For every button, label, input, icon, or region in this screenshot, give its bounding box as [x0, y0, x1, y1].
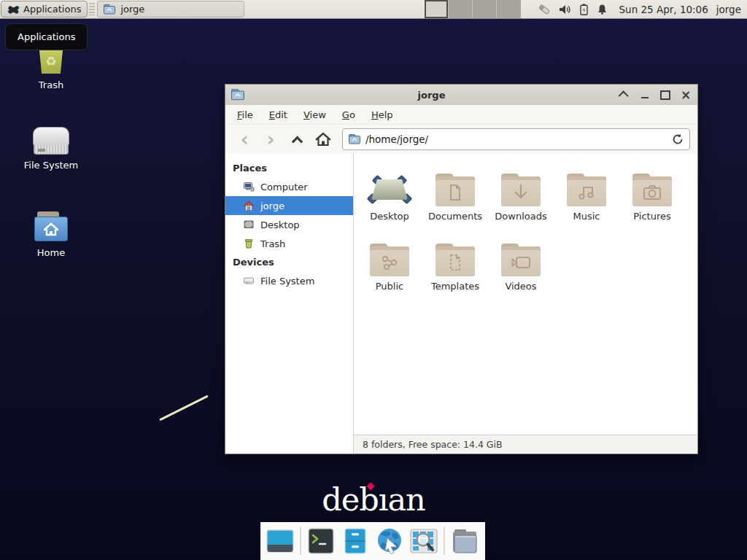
close-button[interactable]: ×	[680, 89, 692, 101]
maximize-button[interactable]	[659, 89, 671, 101]
places-header: Places	[225, 159, 353, 177]
path-folder-icon	[349, 134, 360, 144]
folder-label: Music	[573, 211, 600, 222]
battery-charging-icon[interactable]	[579, 4, 589, 15]
path-bar[interactable]: /home/jorge/	[342, 128, 690, 150]
desktop-special-icon	[369, 174, 410, 206]
folder-item-videos[interactable]: Videos	[489, 236, 552, 306]
menu-edit[interactable]: Edit	[262, 106, 295, 123]
desktop-icon-file-system[interactable]: File System	[16, 122, 86, 171]
sidebar-item-file-system[interactable]: File System	[225, 271, 353, 290]
workspace-cell-4[interactable]	[497, 0, 521, 18]
documents-folder-icon	[436, 174, 475, 206]
sidebar-item-computer[interactable]: Computer	[225, 177, 353, 196]
drive-mini-icon	[243, 275, 255, 287]
window-title: jorge	[244, 90, 619, 101]
menu-file[interactable]: File	[230, 106, 260, 123]
app-finder-icon	[409, 527, 438, 555]
applications-icon	[7, 4, 20, 15]
eraser-icon[interactable]	[538, 4, 551, 15]
directory-folder-icon	[450, 528, 479, 554]
desktop-icon-label: Home	[37, 247, 65, 258]
downloads-folder-icon	[501, 174, 541, 206]
videos-folder-icon	[501, 244, 541, 276]
reload-icon[interactable]	[672, 133, 684, 145]
folder-item-pictures[interactable]: Pictures	[621, 166, 684, 236]
folder-icon	[104, 4, 115, 15]
folder-item-downloads[interactable]: Downloads	[489, 166, 552, 236]
file-manager-button[interactable]	[341, 526, 370, 556]
devices-header: Devices	[225, 253, 353, 271]
back-button[interactable]: ‹	[233, 128, 256, 150]
file-manager-window: jorge × File Edit View Go Help ‹ ›	[225, 84, 698, 454]
forward-button[interactable]: ›	[259, 128, 282, 150]
folder-view: Desktop Documents Downloads	[354, 154, 697, 435]
applications-tooltip: Applications	[5, 23, 88, 50]
debian-wordmark: debıan	[322, 481, 425, 518]
notification-bell-icon[interactable]	[597, 4, 608, 15]
sidebar-item-label: Desktop	[260, 219, 300, 230]
sidebar-item-label: Computer	[260, 182, 308, 192]
templates-folder-icon	[436, 244, 475, 276]
workspace-cell-1[interactable]	[425, 0, 449, 18]
web-browser-button[interactable]	[375, 526, 404, 556]
terminal-button[interactable]	[306, 526, 336, 556]
panel-handle[interactable]	[89, 3, 95, 15]
wallpaper-line	[159, 395, 209, 421]
show-desktop-icon	[266, 527, 294, 555]
window-folder-icon	[231, 89, 244, 101]
folder-item-music[interactable]: Music	[555, 166, 618, 236]
up-button[interactable]	[285, 128, 309, 150]
menu-go[interactable]: Go	[335, 106, 363, 123]
workspace-cell-2[interactable]	[449, 0, 473, 18]
folder-label: Downloads	[495, 211, 546, 222]
folder-label: Desktop	[370, 211, 409, 222]
hard-drive-icon	[33, 127, 69, 155]
taskbar-window-button[interactable]: jorge	[97, 1, 244, 18]
shade-button[interactable]	[619, 89, 630, 101]
public-folder-icon	[370, 244, 409, 276]
back-icon: ‹	[241, 131, 249, 147]
sidebar-item-trash[interactable]: Trash	[225, 234, 353, 253]
panel-username[interactable]: jorge	[713, 0, 747, 18]
desktop-icon-home[interactable]: Home	[16, 211, 86, 258]
directory-menu-button[interactable]	[450, 526, 479, 556]
workspace-cell-3[interactable]	[473, 0, 497, 18]
panel-clock[interactable]: Sun 25 Apr, 10:06	[614, 0, 713, 18]
forward-icon: ›	[267, 131, 275, 147]
folder-item-desktop[interactable]: Desktop	[358, 166, 421, 236]
home-button[interactable]	[311, 128, 335, 150]
menu-help[interactable]: Help	[364, 106, 400, 123]
workspace-switcher	[425, 0, 521, 18]
folder-item-templates[interactable]: Templates	[424, 236, 487, 306]
dock-separator	[444, 527, 445, 555]
sidebar-item-label: File System	[260, 276, 314, 287]
volume-icon[interactable]	[559, 4, 571, 15]
folder-item-public[interactable]: Public	[358, 236, 421, 306]
desktop-icon-label: Trash	[39, 79, 63, 90]
sidebar: Places Computer jorge	[225, 154, 354, 454]
applications-label: Applications	[23, 4, 81, 15]
folder-label: Videos	[505, 281, 536, 292]
up-icon	[291, 136, 303, 147]
window-titlebar[interactable]: jorge ×	[225, 85, 697, 105]
applications-menu-button[interactable]: Applications	[1, 1, 88, 18]
path-input[interactable]: /home/jorge/	[365, 133, 667, 145]
sidebar-item-label: jorge	[260, 201, 285, 211]
minimize-button[interactable]	[639, 89, 651, 101]
folder-label: Public	[376, 281, 403, 292]
menu-view[interactable]: View	[296, 106, 333, 123]
bottom-dock	[260, 522, 485, 560]
folder-item-documents[interactable]: Documents	[424, 166, 487, 236]
sidebar-item-desktop[interactable]: Desktop	[225, 215, 353, 234]
top-panel: Applications jorge	[0, 0, 747, 19]
desktop-mini-icon	[243, 219, 255, 230]
sidebar-item-jorge[interactable]: jorge	[225, 196, 353, 215]
sidebar-item-label: Trash	[260, 238, 285, 249]
app-finder-button[interactable]	[409, 526, 438, 556]
pictures-folder-icon	[632, 174, 672, 206]
system-tray	[531, 0, 614, 18]
dock-separator	[300, 527, 301, 555]
statusbar: 8 folders, Free space: 14.4 GiB	[354, 435, 697, 454]
show-desktop-button[interactable]	[266, 526, 295, 556]
